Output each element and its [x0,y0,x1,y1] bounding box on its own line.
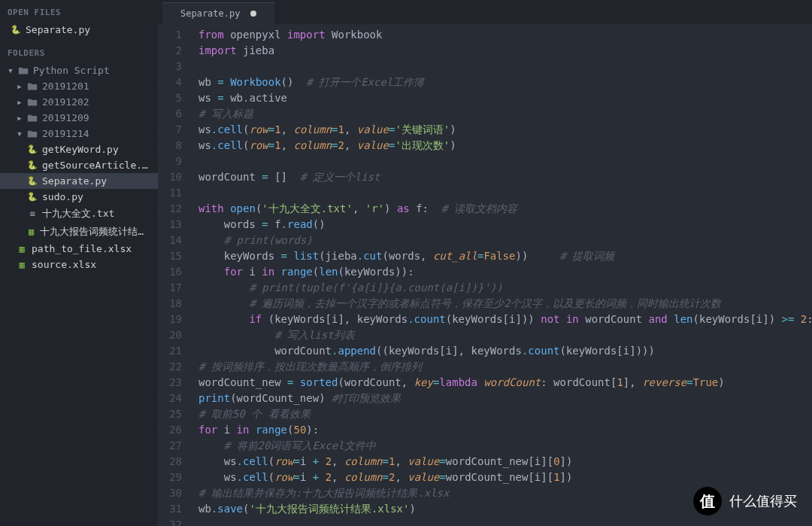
code-line[interactable] [198,154,812,169]
code-line[interactable]: wordCount.append((keyWords[i], keyWords.… [198,343,812,359]
folder-item[interactable]: ▶20191209 [0,110,158,126]
file-label: 十九大报告词频统计结果.xlsx [40,225,150,239]
line-number: 24 [158,391,182,406]
open-files-header: OPEN FILES [0,3,158,22]
chevron-icon: ▶ [17,83,23,90]
watermark-badge: 值 [693,487,722,515]
line-number: 16 [158,264,182,280]
chevron-icon: ▶ [17,114,23,122]
folders-header: FOLDERS [0,44,158,62]
file-label: getSourceArticle.py [42,160,150,171]
line-number: 11 [158,185,182,201]
file-item[interactable]: source.xlsx [0,257,158,272]
line-number: 23 [158,375,182,391]
file-item[interactable]: path_to_file.xlsx [0,241,158,257]
file-item[interactable]: getSourceArticle.py [0,157,158,173]
file-item[interactable]: Separate.py [0,22,158,38]
line-number: 8 [158,138,182,154]
xlsx-icon [27,227,35,237]
code-area[interactable]: from openpyxl import Workbookimport jieb… [189,24,812,526]
file-item[interactable]: getKeyWord.py [0,141,158,157]
code-line[interactable]: for i in range(50): [198,422,812,438]
code-line[interactable] [198,517,812,526]
py-icon [11,25,21,35]
code-line[interactable]: # 取前50 个 看看效果 [198,406,812,422]
line-number: 30 [158,485,182,501]
code-line[interactable] [198,185,812,201]
code-line[interactable]: words = f.read() [198,217,812,233]
code-editor[interactable]: 1234567891011121314151617181920212223242… [158,24,812,526]
file-item[interactable]: 十九大报告词频统计结果.xlsx [0,223,158,241]
sidebar: OPEN FILES Separate.py FOLDERS ▼Python S… [0,0,158,526]
file-label: 十九大全文.txt [42,207,114,220]
tab-separate-py[interactable]: Separate.py [162,2,274,24]
code-line[interactable]: wb = Workbook() # 打开一个Excel工作簿 [198,74,812,90]
chevron-icon: ▶ [17,99,23,106]
file-label: Separate.py [26,24,90,35]
file-item[interactable]: 十九大全文.txt [0,205,158,223]
tab-title: Separate.py [180,8,240,19]
code-line[interactable]: # print(words) [198,233,812,248]
code-line[interactable]: ws = wb.active [198,90,812,106]
file-item[interactable]: sudo.py [0,189,158,205]
line-gutter: 1234567891011121314151617181920212223242… [158,24,189,526]
line-number: 1 [158,27,182,43]
file-label: sudo.py [42,191,83,202]
line-number: 26 [158,422,182,438]
code-line[interactable]: # 遍历词频，去掉一个汉字的或者标点符号，保存至少2个汉字，以及更长的词频，同时… [198,296,812,312]
code-line[interactable]: # 写入标题 [198,106,812,122]
file-label: getKeyWord.py [42,144,119,155]
file-item[interactable]: Separate.py [0,173,158,189]
py-icon [27,160,38,171]
code-line[interactable]: wordCount_new = sorted(wordCount, key=la… [198,375,812,391]
code-line[interactable]: # 将前20词语写入Excel文件中 [198,438,812,454]
code-line[interactable]: import jieba [198,43,812,59]
code-line[interactable]: ws.cell(row=i + 2, column=1, value=wordC… [198,454,812,470]
line-number: 15 [158,248,182,264]
folder-item[interactable]: ▶20191201 [0,78,158,94]
xlsx-icon [17,260,27,270]
folder-item[interactable]: ▼20191214 [0,126,158,141]
code-line[interactable]: for i in range(len(keyWords)): [198,264,812,280]
txt-icon [27,208,38,219]
code-line[interactable]: ws.cell(row=i + 2, column=2, value=wordC… [198,470,812,485]
folder-label: Python Script [33,65,110,76]
folder-icon [27,81,38,92]
tab-bar: Separate.py [158,0,812,24]
line-number: 9 [158,154,182,169]
line-number: 20 [158,327,182,343]
code-line[interactable]: # 写入list列表 [198,327,812,343]
watermark-text: 什么值得买 [729,492,797,510]
line-number: 28 [158,454,182,470]
code-line[interactable]: with open('十九大全文.txt', 'r') as f: # 读取文档… [198,201,812,217]
code-line[interactable] [198,59,812,74]
code-line[interactable]: from openpyxl import Workbook [198,27,812,43]
code-line[interactable]: # 按词频排序，按出现次数最高顺序，倒序排列 [198,359,812,375]
folder-icon [27,97,38,108]
folder-label: 20191209 [42,112,89,123]
code-line[interactable]: keyWords = list(jieba.cut(words, cut_all… [198,248,812,264]
code-line[interactable]: print(wordCount_new) #打印预览效果 [198,391,812,406]
file-label: Separate.py [42,175,107,187]
folder-item[interactable]: ▶20191202 [0,94,158,110]
code-line[interactable]: ws.cell(row=1, column=2, value='出现次数') [198,138,812,154]
py-icon [27,176,38,187]
line-number: 21 [158,343,182,359]
code-line[interactable]: wordCount = [] # 定义一个list [198,169,812,185]
line-number: 32 [158,517,182,526]
line-number: 22 [158,359,182,375]
folder-label: 20191202 [42,96,89,108]
app-root: OPEN FILES Separate.py FOLDERS ▼Python S… [0,0,812,526]
chevron-icon: ▼ [8,67,14,74]
py-icon [27,144,38,155]
tab-dirty-icon [250,11,256,17]
code-line[interactable]: if (keyWords[i], keyWords.count(keyWords… [198,312,812,327]
folder-item[interactable]: ▼Python Script [0,62,158,78]
py-icon [27,192,38,202]
folder-icon [27,113,38,123]
line-number: 25 [158,406,182,422]
line-number: 13 [158,217,182,233]
code-line[interactable]: ws.cell(row=1, column=1, value='关键词语') [198,122,812,138]
xlsx-icon [17,244,27,254]
code-line[interactable]: # print(tuple(f'{a[i]}{a.count(a[i])}')) [198,280,812,296]
